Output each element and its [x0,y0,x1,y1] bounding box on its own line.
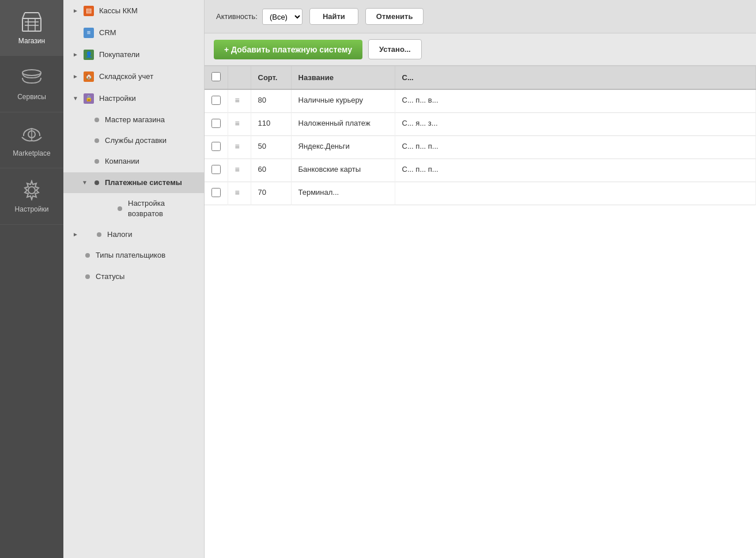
activity-label: Активность: [216,12,258,21]
activity-select[interactable]: (Все) [262,9,303,25]
nav-item-warehouse[interactable]: ► 🏠 Складской учет [63,66,204,88]
nav-item-crm[interactable]: ► ≡ CRM [63,22,204,44]
nav-item-master[interactable]: ► Мастер магазина [63,110,204,130]
arrow-icon-taxes: ► [73,231,81,239]
row-name-0[interactable]: Наличные курьеру [291,89,395,113]
row-drag-3[interactable]: ≡ [228,159,251,182]
nav-item-nastroyki[interactable]: ▼ 🔒 Настройки [63,88,204,110]
sidebar-item-shop[interactable]: Магазин [0,0,63,56]
nav-item-statuses[interactable]: ► Статусы [63,266,204,287]
row-check-3 [205,159,228,182]
bullet-master [94,118,99,122]
icon-sidebar: Магазин Сервисы Marketplace [0,0,63,558]
drag-handle-2[interactable]: ≡ [235,142,240,151]
nav-label-kkm: Кассы ККМ [99,6,138,16]
nav-label-master: Мастер магазина [105,115,165,125]
row-name-4[interactable]: Терминал... [291,182,395,205]
nav-item-taxes[interactable]: ► Налоги [63,224,204,245]
find-button[interactable]: Найти [309,8,358,25]
payment-table-container: Сорт. Название С... ≡ 80 Наличные [205,66,756,558]
nav-label-crm: CRM [99,28,116,38]
drag-handle-0[interactable]: ≡ [235,96,240,105]
sidebar-item-settings[interactable]: Настройки [0,168,63,224]
cancel-button[interactable]: Отменить [365,8,424,25]
nav-item-delivery[interactable]: ► Службы доставки [63,130,204,151]
nav-item-companies[interactable]: ► Компании [63,151,204,172]
row-sort-1: 110 [251,113,291,136]
services-label: Сервисы [17,93,46,101]
row-drag-0[interactable]: ≡ [228,89,251,113]
marketplace-icon [18,123,45,146]
arrow-icon-warehouse: ► [73,73,81,81]
row-drag-2[interactable]: ≡ [228,136,251,159]
row-desc-2: С... п... п... [395,136,756,159]
col-header-check [205,66,228,89]
settings-sidebar-label: Настройки [15,205,49,213]
settings-sidebar-icon [18,179,45,202]
svg-point-8 [22,70,41,76]
table-row: ≡ 50 Яндекс.Деньги С... п... п... [205,136,756,159]
sidebar-item-services[interactable]: Сервисы [0,56,63,112]
nav-label-buyers: Покупатели [99,50,139,60]
table-row: ≡ 60 Банковские карты С... п... п... [205,159,756,182]
col-header-desc[interactable]: С... [395,66,756,89]
nav-label-warehouse: Складской учет [99,71,153,82]
nav-sidebar: ► ▤ Кассы ККМ ► ≡ CRM ► 👤 Покупатели ► 🏠… [63,0,205,558]
row-check-1 [205,113,228,136]
select-all-checkbox[interactable] [211,72,221,81]
table-row: ≡ 70 Терминал... [205,182,756,205]
bullet-taxes [97,232,101,237]
row-name-1[interactable]: Наложенный платеж [291,113,395,136]
nav-label-taxes: Налоги [107,229,133,240]
nav-item-kkm[interactable]: ► ▤ Кассы ККМ [63,0,204,22]
row-checkbox-0[interactable] [211,96,221,105]
table-header-row: Сорт. Название С... [205,66,756,89]
nav-item-payment[interactable]: ▼ Платежные системы [63,172,204,193]
drag-handle-4[interactable]: ≡ [235,188,240,197]
row-sort-0: 80 [251,89,291,113]
search-bar: Активность: (Все) Найти Отменить [205,0,756,33]
bullet-companies [94,159,99,164]
nav-label-delivery: Службы доставки [105,135,167,146]
row-name-3[interactable]: Банковские карты [291,159,395,182]
row-checkbox-4[interactable] [211,188,221,197]
sidebar-item-marketplace[interactable]: Marketplace [0,112,63,168]
nastroyki-icon: 🔒 [83,93,94,104]
row-drag-1[interactable]: ≡ [228,113,251,136]
col-header-sort[interactable]: Сорт. [251,66,291,89]
row-desc-3: С... п... п... [395,159,756,182]
crm-icon: ≡ [83,27,94,39]
col-header-name[interactable]: Название [291,66,395,89]
install-button[interactable]: Устано... [368,39,422,59]
row-sort-4: 70 [251,182,291,205]
nav-item-buyers[interactable]: ► 👤 Покупатели [63,44,204,66]
bullet-payer [85,253,90,258]
col-header-drag [228,66,251,89]
row-check-2 [205,136,228,159]
buyers-icon: 👤 [83,49,94,61]
table-row: ≡ 110 Наложенный платеж С... я... з... [205,113,756,136]
add-payment-button[interactable]: + Добавить платежную систему [214,40,362,59]
bullet-delivery [94,138,99,143]
row-check-4 [205,182,228,205]
nav-item-payer-types[interactable]: ► Типы плательщиков [63,245,204,266]
row-check-0 [205,89,228,113]
row-checkbox-1[interactable] [211,119,221,128]
row-sort-2: 50 [251,136,291,159]
nav-item-refunds[interactable]: ► Настройка возвратов [63,193,204,224]
arrow-icon-buyers: ► [73,51,81,59]
row-checkbox-3[interactable] [211,165,221,174]
nav-label-companies: Компании [105,156,139,167]
svg-line-2 [39,13,41,18]
row-name-2[interactable]: Яндекс.Деньги [291,136,395,159]
drag-handle-1[interactable]: ≡ [235,119,240,128]
row-desc-0: С... п... в... [395,89,756,113]
nav-label-payer-types: Типы плательщиков [96,250,165,261]
row-sort-3: 60 [251,159,291,182]
drag-handle-3[interactable]: ≡ [235,165,240,174]
row-checkbox-2[interactable] [211,142,221,151]
arrow-icon-payment: ▼ [82,179,90,187]
shop-icon [18,10,45,33]
arrow-icon-nastroyki: ▼ [73,95,81,103]
row-drag-4[interactable]: ≡ [228,182,251,205]
